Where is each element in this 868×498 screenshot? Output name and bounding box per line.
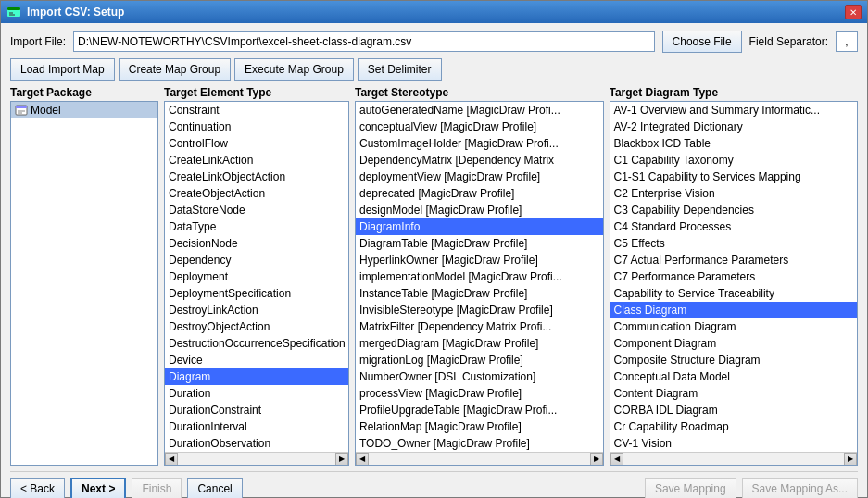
target-element-type-list[interactable]: Constraint Continuation ControlFlow Crea… xyxy=(165,102,348,452)
scroll-left-button[interactable]: ◀ xyxy=(165,453,178,466)
list-item[interactable]: CORBA IDL Diagram xyxy=(610,402,858,418)
list-item[interactable]: conceptualView [MagicDraw Profile] xyxy=(356,118,603,135)
list-item[interactable]: CreateObjectAction xyxy=(165,185,348,202)
list-item[interactable]: DeploymentSpecification xyxy=(165,285,348,302)
list-item[interactable]: ProfileUpgradeTable [MagicDraw Profi... xyxy=(356,402,603,418)
list-item[interactable]: CreateLinkObjectAction xyxy=(165,168,348,185)
list-item[interactable]: Duration xyxy=(165,385,348,402)
field-separator-label: Field Separator: xyxy=(749,35,828,48)
list-item[interactable]: DurationConstraint xyxy=(165,402,348,418)
list-item[interactable]: mergedDiagram [MagicDraw Profile] xyxy=(356,335,603,352)
list-item[interactable]: C7 Performance Parameters xyxy=(610,268,858,285)
list-item[interactable]: Model xyxy=(11,102,157,118)
cancel-button[interactable]: Cancel xyxy=(187,478,242,498)
next-button[interactable]: Next > xyxy=(70,478,126,498)
scroll-left-button[interactable]: ◀ xyxy=(610,453,623,466)
import-file-input[interactable] xyxy=(73,31,655,52)
list-item[interactable]: TODO_Owner [MagicDraw Profile] xyxy=(356,435,603,452)
set-delimiter-button[interactable]: Set Delimiter xyxy=(358,58,442,81)
list-item[interactable]: implementationModel [MagicDraw Profi... xyxy=(356,268,603,285)
svg-rect-5 xyxy=(16,106,27,108)
list-item[interactable]: migrationLog [MagicDraw Profile] xyxy=(356,352,603,368)
list-item[interactable]: NumberOwner [DSL Customization] xyxy=(356,368,603,385)
list-item[interactable]: DataStoreNode xyxy=(165,202,348,218)
list-item[interactable]: CustomImageHolder [MagicDraw Profi... xyxy=(356,135,603,152)
list-item[interactable]: RelationMap [MagicDraw Profile] xyxy=(356,418,603,435)
list-item[interactable]: DurationObservation xyxy=(165,435,348,452)
list-item[interactable]: Component Diagram xyxy=(610,335,858,352)
list-item[interactable]: Device xyxy=(165,352,348,368)
list-item[interactable]: CV-1 Vision xyxy=(610,435,858,452)
list-item[interactable]: Capability to Service Traceability xyxy=(610,285,858,302)
list-item[interactable]: C2 Enterprise Vision xyxy=(610,185,858,202)
title-bar: Import CSV: Setup ✕ xyxy=(1,1,867,23)
list-item[interactable]: DestructionOccurrenceSpecification xyxy=(165,335,348,352)
list-item[interactable]: InvisibleStereotype [MagicDraw Profile] xyxy=(356,302,603,318)
import-file-row: Import File: Choose File Field Separator… xyxy=(10,31,858,53)
list-item[interactable]: ControlFlow xyxy=(165,135,348,152)
list-item[interactable]: C7 Actual Performance Parameters xyxy=(610,252,858,268)
model-icon xyxy=(15,104,28,117)
list-item[interactable]: C3 Capability Dependencies xyxy=(610,202,858,218)
list-item[interactable]: designModel [MagicDraw Profile] xyxy=(356,202,603,218)
list-item-text: Model xyxy=(31,103,61,118)
list-item[interactable]: CreateLinkAction xyxy=(165,152,348,168)
target-element-type-hscroll[interactable]: ◀ ▶ xyxy=(165,452,348,465)
target-stereotype-panel: Target Stereotype autoGeneratedName [Mag… xyxy=(355,86,604,466)
finish-button[interactable]: Finish xyxy=(132,478,182,498)
list-item[interactable]: processView [MagicDraw Profile] xyxy=(356,385,603,402)
list-item[interactable]: AV-2 Integrated Dictionary xyxy=(610,118,858,135)
target-stereotype-list[interactable]: autoGeneratedName [MagicDraw Profi... co… xyxy=(356,102,603,452)
list-item[interactable]: Deployment xyxy=(165,268,348,285)
list-item[interactable]: autoGeneratedName [MagicDraw Profi... xyxy=(356,102,603,118)
list-item[interactable]: Content Diagram xyxy=(610,385,858,402)
list-item[interactable]: Cr Capability Roadmap xyxy=(610,418,858,435)
list-item[interactable]: InstanceTable [MagicDraw Profile] xyxy=(356,285,603,302)
list-item[interactable]: Conceptual Data Model xyxy=(610,368,858,385)
list-item[interactable]: DestroyObjectAction xyxy=(165,318,348,335)
list-item[interactable]: deploymentView [MagicDraw Profile] xyxy=(356,168,603,185)
scroll-left-button[interactable]: ◀ xyxy=(356,453,369,466)
execute-map-group-button[interactable]: Execute Map Group xyxy=(234,58,354,81)
list-item[interactable]: DecisionNode xyxy=(165,235,348,252)
create-map-group-button[interactable]: Create Map Group xyxy=(119,58,231,81)
list-item[interactable]: C1-S1 Capability to Services Mapping xyxy=(610,168,858,185)
list-item[interactable]: DependencyMatrix [Dependency Matrix xyxy=(356,152,603,168)
list-item[interactable]: MatrixFilter [Dependency Matrix Profi... xyxy=(356,318,603,335)
target-diagram-type-hscroll[interactable]: ◀ ▶ xyxy=(610,452,858,465)
list-item[interactable]: DurationInterval xyxy=(165,418,348,435)
target-stereotype-title: Target Stereotype xyxy=(355,86,604,99)
list-item[interactable]: Blackbox ICD Table xyxy=(610,135,858,152)
list-item[interactable]: Continuation xyxy=(165,118,348,135)
list-item[interactable]: Communication Diagram xyxy=(610,318,858,335)
field-separator-input[interactable] xyxy=(836,31,858,52)
list-item[interactable]: C1 Capability Taxonomy xyxy=(610,152,858,168)
list-item[interactable]: C4 Standard Processes xyxy=(610,218,858,235)
save-mapping-button[interactable]: Save Mapping xyxy=(645,478,736,498)
save-mapping-as-button[interactable]: Save Mapping As... xyxy=(742,478,858,498)
load-import-map-button[interactable]: Load Import Map xyxy=(10,58,115,81)
list-item[interactable]: HyperlinkOwner [MagicDraw Profile] xyxy=(356,252,603,268)
scroll-right-button[interactable]: ▶ xyxy=(844,453,857,466)
target-diagram-type-list[interactable]: AV-1 Overview and Summary Informatic... … xyxy=(610,102,858,452)
target-stereotype-hscroll[interactable]: ◀ ▶ xyxy=(356,452,603,465)
target-element-type-list-container: Constraint Continuation ControlFlow Crea… xyxy=(164,101,349,466)
list-item[interactable]: Composite Structure Diagram xyxy=(610,352,858,368)
scroll-right-button[interactable]: ▶ xyxy=(590,453,603,466)
list-item-selected[interactable]: Diagram xyxy=(165,368,348,385)
list-item[interactable]: DataType xyxy=(165,218,348,235)
list-item[interactable]: Dependency xyxy=(165,252,348,268)
choose-file-button[interactable]: Choose File xyxy=(662,31,742,53)
list-item[interactable]: DiagramTable [MagicDraw Profile] xyxy=(356,235,603,252)
list-item[interactable]: AV-1 Overview and Summary Informatic... xyxy=(610,102,858,118)
list-item[interactable]: DestroyLinkAction xyxy=(165,302,348,318)
back-button[interactable]: < Back xyxy=(10,478,65,498)
list-item[interactable]: C5 Effects xyxy=(610,235,858,252)
list-item[interactable]: deprecated [MagicDraw Profile] xyxy=(356,185,603,202)
list-item-selected[interactable]: Class Diagram xyxy=(610,302,858,318)
list-item[interactable]: Constraint xyxy=(165,102,348,118)
list-item-selected[interactable]: DiagramInfo xyxy=(356,218,603,235)
close-button[interactable]: ✕ xyxy=(845,5,862,19)
scroll-right-button[interactable]: ▶ xyxy=(335,453,348,466)
svg-rect-1 xyxy=(7,7,20,10)
